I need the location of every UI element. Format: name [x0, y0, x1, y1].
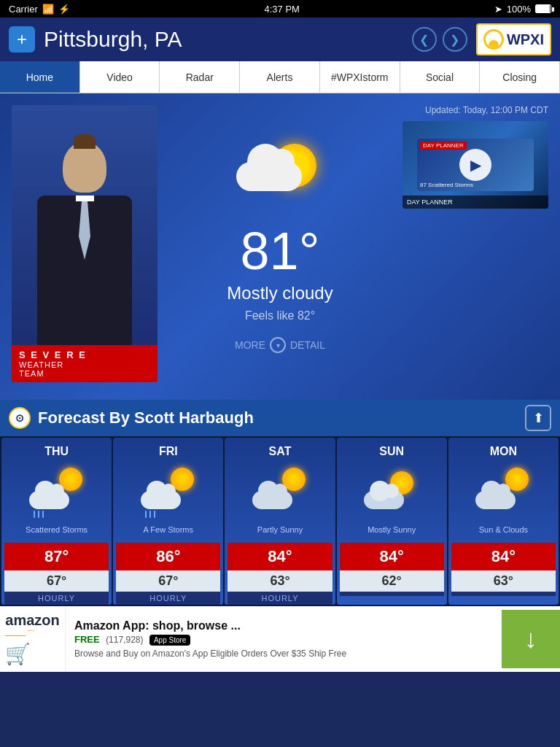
mini-cloud-fri [141, 491, 181, 509]
tab-video[interactable]: Video [80, 61, 160, 93]
ad-download-button[interactable]: ↓ [502, 610, 560, 668]
city-name: Pittsburgh, PA [44, 27, 403, 52]
mini-cloud-sun [364, 491, 404, 509]
forecast-day-thu[interactable]: THU Scattered Storms 87° 67° HOURLY [1, 438, 112, 605]
severe-line1: S E V E R E [19, 349, 150, 360]
next-city-button[interactable]: ❯ [443, 27, 467, 52]
forecast-day-sat[interactable]: SAT Partly Sunny 84° 63° HOURLY [225, 438, 335, 605]
wpxi-small-icon: ⊙ [9, 407, 31, 429]
day-condition-mon: Sun & Clouds [479, 519, 528, 540]
day-icon-sat [251, 464, 309, 515]
forecast-bar: ⊙ Forecast By Scott Harbaugh ⬆ [0, 400, 560, 436]
wpxi-logo[interactable]: WPXI [476, 23, 551, 55]
day-icon-sun [362, 464, 421, 515]
forecast-days: THU Scattered Storms 87° 67° HOURLY FRI … [0, 436, 560, 606]
tab-home[interactable]: Home [0, 61, 80, 93]
mini-cloud-thu [29, 491, 69, 509]
forecast-day-fri[interactable]: FRI A Few Storms 86° 67° HOURLY [113, 438, 223, 605]
ad-meta: FREE (117,928) App Store [74, 632, 493, 646]
meteorologist-photo: S E V E R E WEATHER TEAM [12, 105, 158, 388]
day-name-sun: SUN [379, 445, 404, 458]
nav-tabs: Home Video Radar Alerts #WPXIstorm Socia… [0, 61, 560, 93]
amazon-logo: amazon ——⌒ 🛒 [0, 606, 66, 672]
amazon-wordmark: amazon [5, 612, 59, 629]
severe-line2: WEATHER [19, 360, 150, 369]
rain-thu [34, 511, 44, 518]
tab-closing[interactable]: Closing [480, 61, 560, 93]
battery-percent: 100% [507, 4, 531, 15]
person-tie [77, 201, 92, 260]
rain-fri [145, 511, 155, 518]
ad-rating: (117,928) [106, 635, 143, 645]
day-name-thu: THU [44, 445, 69, 458]
weather-content: S E V E R E WEATHER TEAM 81° Mostly clou… [0, 93, 560, 400]
ad-title: Amazon App: shop, browse ... [74, 619, 493, 632]
video-lower-third: 87 Scattered Storms [420, 182, 473, 188]
amazon-cart-icon: 🛒 [5, 642, 59, 666]
tab-wpxistorm[interactable]: #WPXIstorm [320, 61, 400, 93]
detail-label: DETAIL [290, 339, 325, 351]
mini-cloud-sat [252, 491, 292, 509]
video-channel-badge: DAY PLANNER [420, 142, 467, 150]
condition-text: Mostly cloudy [227, 283, 332, 303]
cloud-icon [236, 162, 302, 191]
temperature-display: 81° [241, 225, 320, 277]
tab-radar[interactable]: Radar [160, 61, 240, 93]
day-hourly-thu[interactable]: HOURLY [4, 592, 109, 605]
weather-icon-big [236, 140, 324, 213]
weather-center: 81° Mostly cloudy Feels like 82° MORE ▾ … [166, 105, 394, 388]
weather-right: Updated: Today, 12:00 PM CDT DAY PLANNER… [402, 105, 548, 388]
day-hourly-mon[interactable] [451, 592, 556, 596]
share-button[interactable]: ⬆ [525, 405, 551, 431]
updated-text: Updated: Today, 12:00 PM CDT [402, 105, 548, 115]
day-condition-thu: Scattered Storms [26, 519, 88, 540]
more-detail-button[interactable]: MORE ▾ DETAIL [235, 337, 325, 353]
chevron-down-icon: ▾ [270, 337, 286, 353]
status-bar: Carrier 📶 ⚡ 4:37 PM ➤ 100% [0, 0, 560, 18]
play-button[interactable]: ▶ [459, 149, 491, 181]
day-high-mon: 84° [451, 543, 556, 570]
severe-line3: TEAM [19, 369, 150, 378]
tab-social[interactable]: Social [400, 61, 481, 93]
day-high-sun: 84° [340, 543, 444, 570]
prev-city-button[interactable]: ❮ [412, 27, 437, 52]
forecast-day-mon[interactable]: MON Sun & Clouds 84° 63° [448, 438, 559, 605]
video-title: DAY PLANNER [402, 196, 548, 209]
day-low-mon: 63° [451, 570, 556, 592]
day-high-sat: 84° [228, 543, 332, 570]
day-low-sat: 63° [228, 570, 332, 592]
day-low-thu: 67° [4, 570, 109, 592]
ad-description: Browse and Buy on Amazon's App Eligible … [74, 649, 493, 659]
download-icon: ↓ [524, 624, 537, 654]
day-low-sun: 62° [340, 570, 444, 592]
day-high-thu: 87° [4, 543, 109, 570]
forecast-day-sun[interactable]: SUN Mostly Sunny 84° 62° [337, 438, 447, 605]
location-icon: ➤ [494, 4, 502, 15]
nav-arrows: ❮ ❯ [412, 27, 467, 52]
day-hourly-sat[interactable]: HOURLY [228, 592, 332, 605]
day-name-sat: SAT [269, 445, 292, 458]
ad-content: Amazon App: shop, browse ... FREE (117,9… [66, 614, 502, 665]
amazon-arrow-icon: ——⌒ [5, 629, 59, 642]
add-location-button[interactable]: + [9, 26, 35, 53]
mini-cloud-mon [475, 491, 516, 509]
feels-like-text: Feels like 82° [245, 309, 315, 322]
app-header: + Pittsburgh, PA ❮ ❯ WPXI [0, 18, 560, 61]
more-label: MORE [235, 339, 265, 351]
forecast-title: Forecast By Scott Harbaugh [38, 409, 518, 427]
day-icon-fri [139, 464, 198, 515]
app-store-badge: App Store [149, 635, 190, 646]
time-display: 4:37 PM [265, 4, 300, 15]
tab-alerts[interactable]: Alerts [240, 61, 320, 93]
day-condition-fri: A Few Storms [144, 519, 193, 540]
day-condition-sat: Partly Sunny [257, 519, 303, 540]
day-high-fri: 86° [116, 543, 220, 570]
day-hourly-fri[interactable]: HOURLY [116, 592, 220, 605]
battery-icon [535, 4, 551, 13]
ad-free-label: FREE [74, 634, 100, 645]
video-thumbnail[interactable]: DAY PLANNER 87 Scattered Storms ▶ DAY PL… [402, 121, 548, 209]
ad-banner[interactable]: amazon ——⌒ 🛒 Amazon App: shop, browse ..… [0, 606, 560, 672]
carrier-label: Carrier [9, 4, 38, 15]
day-hourly-sun[interactable] [340, 592, 444, 596]
signal-icon: ⚡ [58, 4, 70, 15]
